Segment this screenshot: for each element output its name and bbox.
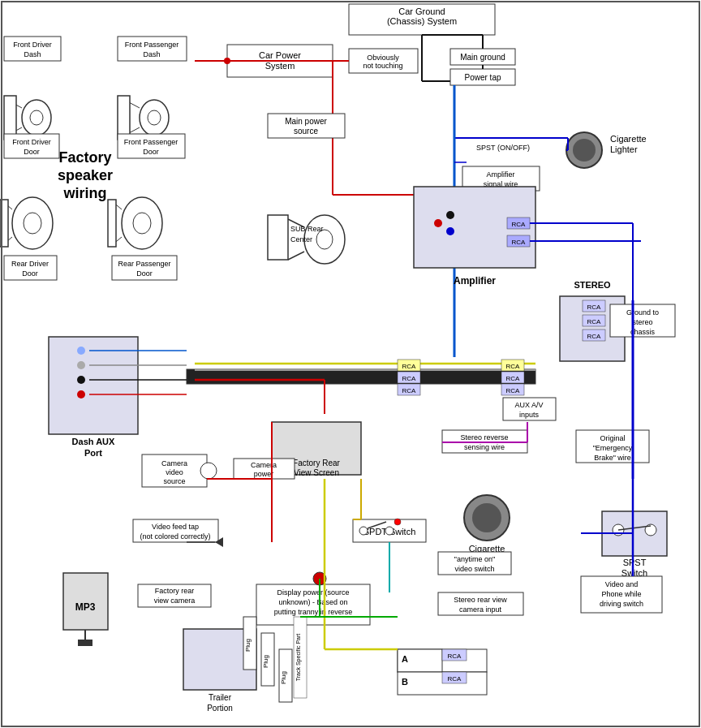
svg-rect-207 [78, 640, 92, 646]
svg-text:speaker: speaker [58, 167, 113, 183]
svg-point-176 [359, 527, 368, 535]
svg-text:Door: Door [22, 269, 38, 278]
svg-point-91 [133, 213, 151, 234]
svg-point-75 [148, 110, 161, 125]
svg-point-142 [77, 376, 85, 384]
svg-point-141 [77, 361, 85, 369]
svg-text:RCA: RCA [506, 387, 521, 394]
svg-text:driving switch: driving switch [600, 600, 643, 608]
svg-text:RCA: RCA [587, 333, 602, 340]
svg-text:wiring: wiring [63, 185, 107, 201]
svg-point-48 [446, 227, 454, 235]
svg-text:STEREO: STEREO [574, 280, 611, 290]
svg-text:Main power: Main power [285, 117, 327, 126]
svg-text:unknown) - Based on: unknown) - Based on [278, 598, 347, 606]
svg-point-47 [446, 211, 454, 219]
diagram-canvas: Car Ground (Chassis) System Car Power Sy… [0, 0, 701, 728]
svg-point-143 [77, 390, 85, 398]
svg-text:putting tranny in reverse: putting tranny in reverse [274, 608, 353, 616]
svg-point-70 [30, 110, 43, 125]
svg-text:Front Passenger: Front Passenger [124, 138, 178, 146]
svg-text:System: System [265, 61, 295, 71]
svg-text:Original: Original [600, 434, 625, 442]
svg-text:Cigarette: Cigarette [610, 134, 647, 144]
svg-text:Plug: Plug [262, 655, 269, 668]
svg-point-177 [385, 527, 394, 535]
svg-text:source: source [294, 127, 318, 136]
svg-text:View Screen: View Screen [294, 468, 339, 477]
svg-point-29 [573, 139, 596, 162]
svg-point-46 [434, 219, 442, 227]
svg-text:Rear Passenger: Rear Passenger [118, 260, 170, 268]
svg-text:"Emergency: "Emergency [593, 444, 633, 452]
svg-rect-113 [187, 369, 535, 384]
svg-text:AUX A/V: AUX A/V [514, 401, 543, 409]
svg-text:Factory rear: Factory rear [155, 587, 195, 595]
svg-text:Front Driver: Front Driver [13, 41, 52, 49]
svg-rect-57 [268, 215, 288, 260]
svg-point-86 [24, 213, 41, 234]
svg-text:RCA: RCA [402, 363, 417, 370]
svg-point-179 [394, 519, 401, 525]
svg-text:video switch: video switch [454, 565, 494, 573]
svg-text:Plug: Plug [280, 671, 287, 684]
svg-text:(not colored correctly): (not colored correctly) [140, 532, 210, 541]
svg-text:RCA: RCA [587, 304, 602, 311]
svg-text:RCA: RCA [402, 375, 417, 382]
svg-text:(Chassis) System: (Chassis) System [387, 16, 457, 26]
svg-text:B: B [402, 677, 408, 687]
svg-text:RCA: RCA [512, 221, 527, 228]
svg-text:Camera: Camera [251, 461, 277, 469]
svg-text:Obviously: Obviously [367, 54, 399, 62]
svg-text:RCA: RCA [512, 239, 527, 246]
svg-text:Stereo reverse: Stereo reverse [460, 433, 508, 442]
svg-text:Rear Driver: Rear Driver [11, 260, 49, 268]
svg-text:Plug: Plug [244, 639, 252, 652]
svg-rect-137 [49, 337, 138, 434]
svg-text:camera input: camera input [459, 605, 502, 614]
svg-text:SPST (ON/OFF): SPST (ON/OFF) [476, 144, 530, 152]
svg-text:Door: Door [24, 148, 40, 156]
svg-text:source: source [163, 477, 185, 485]
svg-text:sensing wire: sensing wire [464, 443, 505, 451]
svg-text:Car Ground: Car Ground [398, 6, 445, 16]
svg-text:Lighter: Lighter [610, 144, 638, 154]
svg-text:Factory Rear: Factory Rear [293, 459, 340, 467]
svg-text:view camera: view camera [154, 597, 196, 605]
svg-text:RCA: RCA [448, 653, 462, 660]
svg-text:Front Passenger: Front Passenger [125, 41, 179, 49]
svg-text:Door: Door [136, 269, 153, 278]
svg-text:stereo: stereo [632, 318, 652, 326]
svg-text:chassis: chassis [630, 328, 656, 336]
svg-text:Video feed tap: Video feed tap [152, 523, 199, 531]
svg-point-171 [472, 503, 501, 532]
svg-point-155 [200, 463, 217, 479]
svg-text:Factory: Factory [58, 149, 111, 166]
svg-text:not touching: not touching [363, 62, 402, 70]
svg-text:RCA: RCA [587, 318, 602, 325]
svg-text:Dash AUX: Dash AUX [72, 437, 115, 446]
svg-rect-73 [4, 96, 16, 140]
svg-text:Display power (source: Display power (source [277, 588, 349, 597]
svg-text:RCA: RCA [448, 675, 462, 683]
svg-text:Amplifier: Amplifier [454, 275, 496, 286]
svg-text:Main ground: Main ground [460, 53, 505, 62]
svg-text:Track Specific Part: Track Specific Part [295, 634, 302, 682]
svg-text:Power tap: Power tap [464, 73, 501, 82]
svg-text:A: A [402, 654, 408, 664]
svg-text:RCA: RCA [506, 375, 521, 382]
svg-text:Car Power: Car Power [259, 50, 301, 60]
svg-rect-94 [108, 200, 116, 247]
svg-text:Amplifier: Amplifier [486, 170, 514, 179]
svg-text:SPST: SPST [623, 558, 647, 567]
svg-text:Dash: Dash [24, 50, 41, 58]
svg-text:Brake" wire: Brake" wire [594, 454, 631, 462]
svg-text:Center: Center [290, 235, 312, 243]
svg-text:Port: Port [84, 448, 102, 458]
svg-text:Trailer: Trailer [209, 693, 232, 702]
svg-text:SUB Rear: SUB Rear [290, 225, 324, 233]
svg-text:Portion: Portion [207, 704, 233, 713]
svg-text:Dash: Dash [143, 50, 160, 58]
svg-text:Ground to: Ground to [626, 308, 659, 317]
svg-text:Door: Door [143, 148, 159, 156]
